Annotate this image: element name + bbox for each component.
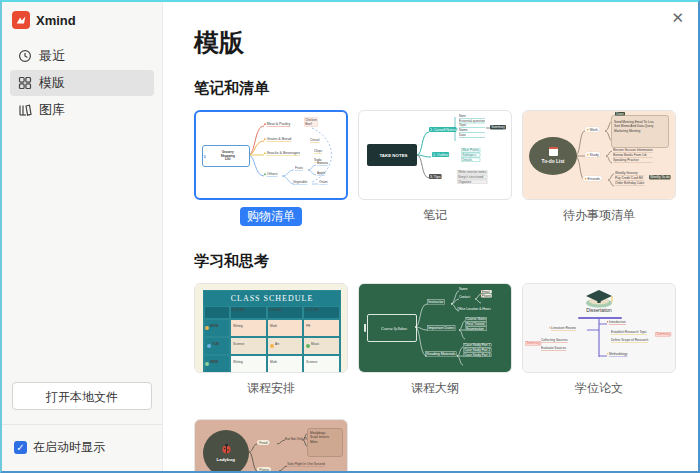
preview-item: Cereal: [310, 138, 319, 142]
sidebar-item-label: 最近: [39, 47, 65, 65]
time-header: 02:00 PM: [305, 308, 319, 312]
todo-title: To-do List: [542, 158, 565, 163]
schedule-cell: Science: [306, 360, 317, 364]
branch-label: Others: [264, 172, 278, 176]
xmind-template-window: Xmind 最近 模版 图库 打开本地文件: [0, 0, 700, 473]
preview-item: Weekly Grocery: [615, 171, 644, 175]
preview-item: Case Study Part 1: [463, 343, 491, 347]
template-card-grocery[interactable]: Grocery Shopping List Meat & Poultry Gra…: [194, 110, 348, 200]
sidebar-header: Xmind: [2, 2, 162, 35]
template-label-todo[interactable]: 待办事项清单: [522, 207, 676, 224]
preview-item: Name: [459, 287, 468, 291]
preview-item: Details: [461, 158, 480, 162]
preview-item: Collecting Sources: [541, 338, 568, 342]
show-on-startup-label: 在启动时显示: [33, 439, 105, 456]
template-card-todo[interactable]: To-do List Work Study Errands Done Send …: [522, 110, 676, 200]
sidebar-item-library[interactable]: 图库: [10, 97, 154, 123]
dissertation-preview: Dissertation Introduction Establish Rese…: [523, 284, 675, 372]
template-label-notes[interactable]: 笔记: [358, 207, 512, 224]
time-header: 08:30 AM: [231, 308, 245, 312]
ladybug-food-items: Mealybugs Scale Insects Mites: [310, 431, 329, 443]
preview-item: Chips: [314, 149, 322, 153]
template-label-dissertation[interactable]: 学位论文: [522, 380, 676, 397]
templates-grid-icon: [18, 76, 32, 90]
ladybug-central-topic: Ladybug: [203, 430, 249, 471]
template-row-1: Grocery Shopping List Meat & Poultry Gra…: [194, 110, 680, 226]
preview-item: Take Flight In One Second: [287, 462, 325, 466]
todo-central-topic: To-do List: [529, 137, 577, 175]
grocery-preview: Grocery Shopping List Meat & Poultry Gra…: [196, 112, 346, 198]
branch-label: Work: [585, 127, 600, 132]
branch-label: Study: [585, 152, 601, 157]
sidebar-item-templates[interactable]: 模版: [10, 70, 154, 96]
template-grocery: Grocery Shopping List Meat & Poultry Gra…: [194, 110, 348, 226]
sidebar-item-label: 图库: [39, 101, 65, 119]
preview-item: Subtopics: [461, 153, 480, 157]
grocery-title: Grocery Shopping List: [220, 151, 236, 161]
template-schedule: CLASS SCHEDULE 08:30 AM 10:00 AM 02:00 P…: [194, 283, 348, 397]
template-card-syllabus[interactable]: Course Syllabus Instructor Important Dat…: [358, 283, 512, 373]
preview-item: Define Scope of Research: [611, 338, 648, 342]
template-card-schedule[interactable]: CLASS SCHEDULE 08:30 AM 10:00 AM 02:00 P…: [194, 283, 348, 373]
notes-tips-items: Write concise notes Keep it structured O…: [457, 170, 487, 184]
preview-item: Phone: [481, 294, 492, 298]
preview-item: Date: [459, 133, 485, 137]
preview-item: Organize: [457, 180, 487, 184]
preview-item: Apple: [317, 171, 325, 175]
preview-item: Contact: [459, 295, 470, 299]
sidebar: Xmind 最近 模版 图库 打开本地文件: [2, 2, 163, 471]
notes-outline-items: Main Points Subtopics Details: [461, 148, 480, 162]
branch-label: Grains & Bread: [264, 137, 291, 141]
branch-label: Food: [257, 440, 270, 445]
preview-item: Review Session Information: [613, 148, 653, 152]
branch-label: Reading Materials: [425, 351, 457, 357]
template-todo: To-do List Work Study Errands Done Send …: [522, 110, 676, 226]
template-label-syllabus[interactable]: 课程大纲: [358, 380, 512, 397]
open-local-file-button[interactable]: 打开本地文件: [12, 382, 152, 410]
syllabus-preview: Course Syllabus Instructor Important Dat…: [359, 284, 511, 372]
branch-label: Meat & Poultry: [264, 122, 290, 126]
preview-item: Case Study Part 3: [463, 353, 491, 357]
preview-item: Essential question: [459, 119, 485, 123]
grocery-central-topic: Grocery Shopping List: [202, 145, 250, 167]
template-card-dissertation[interactable]: Dissertation Introduction Establish Rese…: [522, 283, 676, 373]
preview-item: Note: [459, 114, 485, 118]
preview-item: Main Points: [461, 148, 480, 152]
syllabus-title: Course Syllabus: [381, 326, 407, 331]
todo-study-items: Review Session Information Borrow Books …: [613, 148, 653, 163]
show-on-startup-row[interactable]: ✓ 在启动时显示: [2, 425, 162, 471]
branch-label: Flying: [257, 467, 271, 471]
template-dissertation: Dissertation Introduction Establish Rese…: [522, 283, 676, 397]
sidebar-item-recent[interactable]: 最近: [10, 43, 154, 69]
branch-label: Important Dates: [427, 325, 455, 331]
checkbox-checked-icon[interactable]: ✓: [14, 441, 27, 454]
template-label-schedule[interactable]: 课程安排: [194, 380, 348, 397]
calendar-icon: [549, 147, 558, 156]
branch-label: 3. Tips: [429, 174, 441, 179]
template-card-notes[interactable]: TAKE NOTES 1. Cornell Notes 2. Outline 3…: [358, 110, 512, 200]
template-card-ladybug[interactable]: Ladybug Food Flying Eat Not Only The Aph…: [194, 419, 348, 471]
schedule-cell: Writing: [233, 324, 243, 328]
template-row-3: Ladybug Food Flying Eat Not Only The Aph…: [194, 419, 680, 471]
preview-item: Marketing Meeting: [614, 129, 654, 133]
schedule-cell: Science: [233, 342, 244, 346]
preview-item: Order Birthday Cake: [615, 181, 644, 185]
time-header: 10:00 AM: [268, 308, 282, 312]
clock-icon: [18, 49, 32, 63]
app-title: Xmind: [36, 13, 76, 28]
preview-item: Onion: [319, 180, 328, 184]
template-label-grocery[interactable]: 购物清单: [194, 207, 348, 226]
library-icon: [18, 103, 32, 117]
preview-item: Chicken: [305, 118, 317, 122]
dissertation-title: Dissertation: [583, 308, 614, 313]
close-icon[interactable]: ✕: [671, 10, 684, 25]
sidebar-nav: 最近 模版 图库: [2, 43, 162, 123]
branch-label: Literature Review: [549, 326, 576, 330]
preview-item: Mites: [310, 440, 329, 444]
notes-preview: TAKE NOTES 1. Cornell Notes 2. Outline 3…: [359, 111, 511, 199]
weekly-todo-tag: Weekly To-do: [649, 175, 671, 179]
branch-label: 2. Outline: [432, 152, 449, 157]
preview-item: Beef: [305, 122, 317, 126]
template-notes: TAKE NOTES 1. Cornell Notes 2. Outline 3…: [358, 110, 512, 226]
schedule-cell: Math: [270, 360, 277, 364]
